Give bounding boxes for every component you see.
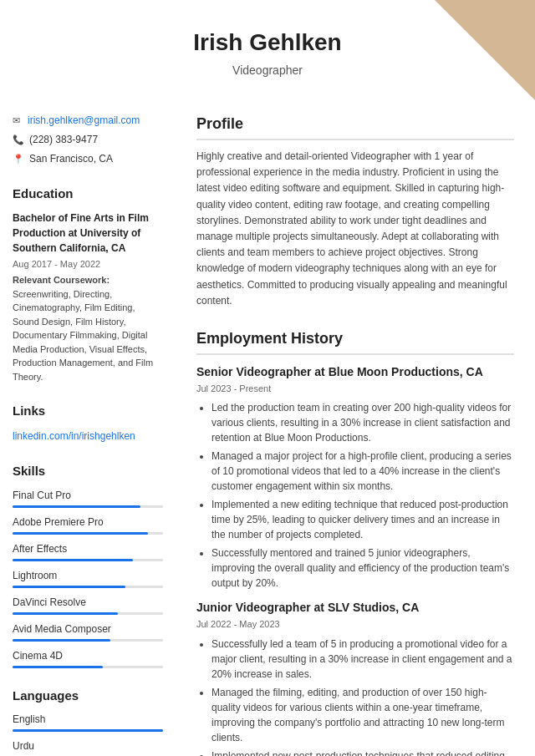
skill-bar-fill xyxy=(13,532,148,535)
skill-name: After Effects xyxy=(13,541,163,556)
list-item: Led the production team in creating over… xyxy=(211,400,514,445)
employment-title: Employment History xyxy=(196,327,514,355)
sidebar: ✉ irish.gehlken@gmail.com 📞 (228) 383-94… xyxy=(0,96,176,756)
linkedin-link[interactable]: linkedin.com/in/irishgehlken xyxy=(13,430,135,442)
job-item: Junior Videographer at SLV Studios, CA J… xyxy=(196,599,514,756)
skill-bar-bg xyxy=(13,505,163,508)
lang-name: Urdu xyxy=(13,738,163,753)
job-bullets: Successfully led a team of 5 in producin… xyxy=(196,637,514,756)
skills-title: Skills xyxy=(13,462,163,481)
links-title: Links xyxy=(13,402,163,421)
jobs-list: Senior Videographer at Blue Moon Product… xyxy=(196,363,514,756)
contact-phone: (228) 383-9477 xyxy=(29,132,98,147)
job-title: Junior Videographer at SLV Studios, CA xyxy=(196,599,514,616)
skill-item: Avid Media Composer xyxy=(13,622,163,642)
email-link[interactable]: irish.gehlken@gmail.com xyxy=(28,113,140,128)
languages-list: English Urdu xyxy=(13,712,163,756)
contact-phone-item: 📞 (228) 383-9477 xyxy=(13,132,163,147)
skill-bar-fill xyxy=(13,586,125,588)
list-item: Implemented new post-production techniqu… xyxy=(211,748,514,756)
list-item: Managed a major project for a high-profi… xyxy=(211,449,514,494)
lang-bar-bg xyxy=(13,729,163,732)
edu-degree: Bachelor of Fine Arts in Film Production… xyxy=(13,211,163,256)
list-item: Implemented a new editing technique that… xyxy=(211,497,514,542)
coursework-text: Screenwriting, Directing, Cinematography… xyxy=(13,289,153,382)
coursework-label: Relevant Coursework: xyxy=(13,275,110,285)
skill-item: Final Cut Pro xyxy=(13,488,163,508)
email-icon: ✉ xyxy=(13,114,23,128)
list-item: Successfully mentored and trained 5 juni… xyxy=(211,545,514,591)
lang-name: English xyxy=(13,712,163,727)
skills-section: Skills Final Cut Pro Adobe Premiere Pro … xyxy=(13,462,163,668)
job-date: Jul 2022 - May 2023 xyxy=(196,617,514,632)
contact-location-item: 📍 San Francisco, CA xyxy=(13,151,163,166)
job-item: Senior Videographer at Blue Moon Product… xyxy=(196,363,514,591)
contact-location: San Francisco, CA xyxy=(29,151,113,166)
languages-title: Languages xyxy=(13,687,163,706)
location-icon: 📍 xyxy=(13,152,24,166)
language-item: Urdu xyxy=(13,738,163,756)
skill-item: Adobe Premiere Pro xyxy=(13,515,163,535)
job-bullets: Led the production team in creating over… xyxy=(196,400,514,591)
skills-list: Final Cut Pro Adobe Premiere Pro After E… xyxy=(13,488,163,668)
skill-name: Final Cut Pro xyxy=(13,488,163,503)
links-section: Links linkedin.com/in/irishgehlken xyxy=(13,402,163,444)
list-item: Successfully led a team of 5 in producin… xyxy=(211,637,514,682)
phone-icon: 📞 xyxy=(13,133,24,147)
language-item: English xyxy=(13,712,163,732)
skill-bar-fill xyxy=(13,666,103,668)
skill-name: Cinema 4D xyxy=(13,648,163,663)
skill-item: DaVinci Resolve xyxy=(13,595,163,615)
skill-bar-bg xyxy=(13,559,163,561)
education-title: Education xyxy=(13,185,163,204)
candidate-name: Irish Gehlken xyxy=(17,25,518,60)
list-item: Managed the filming, editing, and produc… xyxy=(211,685,514,745)
main-content: Profile Highly creative and detail-orien… xyxy=(176,96,535,756)
skill-bar-fill xyxy=(13,612,118,615)
edu-coursework: Relevant Coursework: Screenwriting, Dire… xyxy=(13,273,163,383)
skill-bar-bg xyxy=(13,532,163,535)
job-date: Jul 2023 - Present xyxy=(196,382,514,396)
languages-section: Languages English Urdu xyxy=(13,687,163,757)
profile-text: Highly creative and detail-oriented Vide… xyxy=(196,149,514,309)
skill-name: Lightroom xyxy=(13,568,163,583)
contact-email-item: ✉ irish.gehlken@gmail.com xyxy=(13,113,163,128)
edu-date: Aug 2017 - May 2022 xyxy=(13,257,163,271)
skill-name: Avid Media Composer xyxy=(13,622,163,637)
employment-section: Employment History Senior Videographer a… xyxy=(196,327,514,756)
skill-bar-bg xyxy=(13,612,163,615)
skill-item: Lightroom xyxy=(13,568,163,588)
skill-item: Cinema 4D xyxy=(13,648,163,668)
skill-bar-fill xyxy=(13,639,110,642)
skill-item: After Effects xyxy=(13,541,163,561)
header-section: Irish Gehlken Videographer xyxy=(0,0,535,96)
skill-name: Adobe Premiere Pro xyxy=(13,515,163,530)
job-title: Senior Videographer at Blue Moon Product… xyxy=(196,363,514,381)
skill-bar-bg xyxy=(13,639,163,642)
candidate-title: Videographer xyxy=(17,62,518,79)
skill-bar-bg xyxy=(13,666,163,668)
lang-bar-fill xyxy=(13,729,163,732)
contact-section: ✉ irish.gehlken@gmail.com 📞 (228) 383-94… xyxy=(13,113,163,166)
profile-section: Profile Highly creative and detail-orien… xyxy=(196,113,514,309)
skill-bar-fill xyxy=(13,505,140,508)
skill-bar-bg xyxy=(13,586,163,588)
skill-bar-fill xyxy=(13,559,133,561)
profile-title: Profile xyxy=(196,113,514,140)
education-section: Education Bachelor of Fine Arts in Film … xyxy=(13,185,163,383)
skill-name: DaVinci Resolve xyxy=(13,595,163,610)
body-layout: ✉ irish.gehlken@gmail.com 📞 (228) 383-94… xyxy=(0,96,535,756)
